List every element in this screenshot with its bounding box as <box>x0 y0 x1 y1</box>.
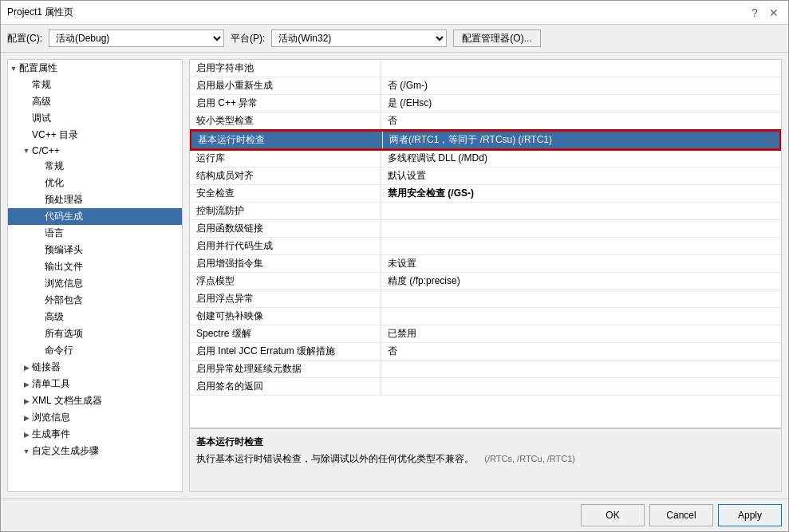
prop-row[interactable]: 启用增强指令集未设置 <box>190 255 781 273</box>
tree-toggle-icon <box>34 211 45 223</box>
prop-name: 启用 Intel JCC Erratum 缓解措施 <box>190 343 381 360</box>
prop-row[interactable]: Spectre 缓解已禁用 <box>190 325 781 343</box>
tree-toggle-icon <box>34 312 45 323</box>
tree-item-cpp-general[interactable]: 常规 <box>8 158 182 175</box>
tree-item-advanced[interactable]: 高级 <box>8 93 182 110</box>
tree-item-config-props[interactable]: ▼配置属性 <box>8 60 182 77</box>
tree-toggle-icon <box>21 97 32 108</box>
tree-item-cpp-pch[interactable]: 预编译头 <box>8 242 182 258</box>
prop-name: 浮点模型 <box>190 273 381 290</box>
tree-item-label: 命令行 <box>45 344 179 357</box>
prop-value: 未设置 <box>381 255 781 272</box>
platform-select[interactable]: 活动(Win32) <box>271 30 447 47</box>
tree-item-cpp-lang[interactable]: 语言 <box>8 225 182 242</box>
prop-row[interactable]: 较小类型检查否 <box>190 112 781 130</box>
tree-item-label: 自定义生成步骤 <box>32 444 179 458</box>
tree-item-cpp-codegen[interactable]: 代码生成 <box>8 208 182 225</box>
tree-item-manifest[interactable]: ▶清单工具 <box>8 376 182 392</box>
tree-item-cpp-pre[interactable]: 预处理器 <box>8 191 182 208</box>
prop-value <box>381 378 781 395</box>
prop-name: 启用异常处理延续元数据 <box>190 361 381 377</box>
tree-item-debug[interactable]: 调试 <box>8 110 182 127</box>
prop-value <box>381 220 781 237</box>
tree-item-cpp-cmd[interactable]: 命令行 <box>8 342 182 359</box>
prop-row[interactable]: 浮点模型精度 (/fp:precise) <box>190 273 781 290</box>
prop-name: 较小类型检查 <box>190 112 381 129</box>
tree-item-label: 生成事件 <box>32 428 179 441</box>
prop-value-text: 两者(/RTC1，等同于 /RTCsu) (/RTC1) <box>389 133 552 147</box>
tree-toggle-icon <box>34 345 45 357</box>
dropdown-arrow-icon[interactable]: ▼ <box>765 136 773 144</box>
tree-item-label: 所有选项 <box>45 327 179 341</box>
prop-value: 禁用安全检查 (/GS-) <box>381 185 781 202</box>
prop-row[interactable]: 创建可热补映像 <box>190 308 781 325</box>
prop-value: 多线程调试 DLL (/MDd) <box>381 150 781 167</box>
tree-toggle-icon: ▶ <box>21 396 32 407</box>
prop-row[interactable]: 启用签名的返回 <box>190 378 781 396</box>
tree-toggle-icon: ▼ <box>8 63 19 74</box>
apply-button[interactable]: Apply <box>718 504 782 526</box>
tree-item-cpp-outfiles[interactable]: 输出文件 <box>8 258 182 275</box>
title-bar-left: Project1 属性页 <box>7 6 73 19</box>
prop-row[interactable]: 控制流防护 <box>190 203 781 220</box>
prop-row[interactable]: 运行库多线程调试 DLL (/MDd) <box>190 150 781 167</box>
help-button[interactable]: ? <box>747 5 763 21</box>
prop-name: 运行库 <box>190 150 381 167</box>
prop-name: 控制流防护 <box>190 203 381 219</box>
prop-name: 启用增强指令集 <box>190 255 381 272</box>
tree-item-cpp[interactable]: ▼C/C++ <box>8 144 182 158</box>
prop-name: 启用浮点异常 <box>190 290 381 307</box>
prop-row[interactable]: 基本运行时检查两者(/RTC1，等同于 /RTCsu) (/RTC1)▼ <box>190 130 781 150</box>
prop-row[interactable]: 启用异常处理延续元数据 <box>190 361 781 378</box>
prop-value <box>381 203 781 219</box>
manage-config-button[interactable]: 配置管理器(O)... <box>453 30 540 47</box>
ok-button[interactable]: OK <box>581 504 645 526</box>
prop-value: 否 <box>381 343 781 360</box>
tree-item-label: 常规 <box>45 160 179 173</box>
prop-row[interactable]: 启用 C++ 异常是 (/EHsc) <box>190 95 781 112</box>
prop-row[interactable]: 启用字符串池 <box>190 60 781 77</box>
tree-item-label: 浏览信息 <box>32 411 179 424</box>
prop-value <box>381 308 781 325</box>
prop-name: 启用并行代码生成 <box>190 238 381 254</box>
close-button[interactable]: ✕ <box>766 5 782 21</box>
prop-value-text: 否 <box>388 114 397 128</box>
tree-item-general[interactable]: 常规 <box>8 77 182 93</box>
title-bar-controls: ? ✕ <box>747 5 782 21</box>
prop-row[interactable]: 启用函数级链接 <box>190 220 781 238</box>
tree-item-custom-step[interactable]: ▼自定义生成步骤 <box>8 443 182 459</box>
tree-item-label: 高级 <box>32 95 179 108</box>
prop-row[interactable]: 结构成员对齐默认设置 <box>190 167 781 185</box>
desc-text: 执行基本运行时错误检查，与除调试以外的任何优化类型不兼容。 (/RTCs, /R… <box>196 452 775 466</box>
tree-item-cpp-browse[interactable]: 浏览信息 <box>8 275 182 292</box>
title-bar: Project1 属性页 ? ✕ <box>1 1 788 25</box>
tree-item-label: 外部包含 <box>45 294 179 307</box>
prop-row[interactable]: 启用浮点异常 <box>190 290 781 308</box>
prop-name: 安全检查 <box>190 185 381 202</box>
tree-item-xml-gen[interactable]: ▶XML 文档生成器 <box>8 392 182 409</box>
tree-item-linker[interactable]: ▶链接器 <box>8 359 182 376</box>
tree-item-cpp-all[interactable]: 所有选项 <box>8 325 182 342</box>
tree-toggle-icon <box>34 262 45 273</box>
prop-value-text: 禁用安全检查 (/GS-) <box>388 187 474 200</box>
properties-dialog: Project1 属性页 ? ✕ 配置(C): 活动(Debug) 平台(P):… <box>0 0 789 532</box>
tree-item-cpp-external[interactable]: 外部包含 <box>8 292 182 309</box>
tree-item-cpp-adv[interactable]: 高级 <box>8 309 182 325</box>
prop-row[interactable]: 启用 Intel JCC Erratum 缓解措施否 <box>190 343 781 361</box>
tree-item-vcpp-dirs[interactable]: VC++ 目录 <box>8 127 182 144</box>
tree-toggle-icon <box>34 245 45 256</box>
prop-row[interactable]: 安全检查禁用安全检查 (/GS-) <box>190 185 781 203</box>
tree-item-label: 输出文件 <box>45 260 179 274</box>
prop-name: 启用最小重新生成 <box>190 77 381 94</box>
prop-row[interactable]: 启用并行代码生成 <box>190 238 781 255</box>
prop-name: 启用 C++ 异常 <box>190 95 381 112</box>
tree-item-cpp-opt[interactable]: 优化 <box>8 175 182 191</box>
platform-label: 平台(P): <box>231 32 265 45</box>
tree-item-build-events[interactable]: ▶生成事件 <box>8 426 182 443</box>
prop-name: 结构成员对齐 <box>190 167 381 184</box>
tree-item-label: XML 文档生成器 <box>32 394 179 408</box>
config-select[interactable]: 活动(Debug) <box>49 30 224 47</box>
prop-row[interactable]: 启用最小重新生成否 (/Gm-) <box>190 77 781 95</box>
tree-item-browse-info[interactable]: ▶浏览信息 <box>8 409 182 426</box>
cancel-button[interactable]: Cancel <box>649 504 713 526</box>
